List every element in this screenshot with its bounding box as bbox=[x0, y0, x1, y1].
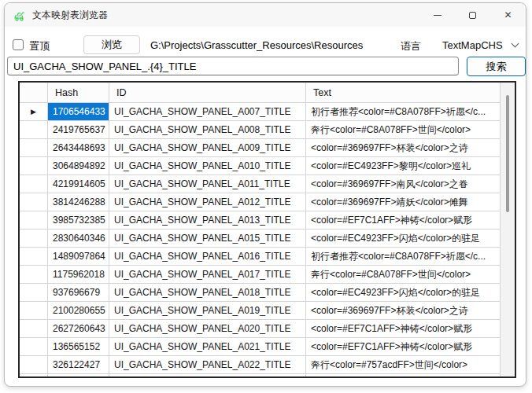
row-header[interactable] bbox=[20, 139, 48, 157]
maximize-button[interactable] bbox=[455, 3, 490, 27]
cell-id[interactable]: UI_GACHA_SHOW_PANEL_A022_TITLE bbox=[109, 356, 306, 374]
table-row[interactable]: 326122427 UI_GACHA_SHOW_PANEL_A022_TITLE… bbox=[20, 356, 500, 374]
table-row[interactable]: ▶ 1706546433 UI_GACHA_SHOW_PANEL_A007_TI… bbox=[20, 103, 500, 121]
cell-text[interactable]: <color=#EC4923FF>闪焰</color>的驻足 bbox=[306, 284, 500, 302]
table-row[interactable]: 3064894892 UI_GACHA_SHOW_PANEL_A010_TITL… bbox=[20, 157, 500, 175]
scrollbar-thumb[interactable] bbox=[506, 95, 509, 212]
close-icon: ✕ bbox=[504, 10, 512, 20]
cell-id[interactable]: UI_GACHA_SHOW_PANEL_A008_TITLE bbox=[109, 121, 306, 139]
cell-hash[interactable]: 937696679 bbox=[48, 284, 109, 302]
cell-id[interactable]: UI_GACHA_SHOW_PANEL_A017_TITLE bbox=[109, 266, 306, 284]
cell-hash[interactable]: 136565152 bbox=[48, 338, 109, 356]
column-header-hash[interactable]: Hash bbox=[48, 83, 109, 103]
cell-hash[interactable]: 2643448693 bbox=[48, 139, 109, 157]
browse-button[interactable]: 浏览 bbox=[83, 35, 140, 54]
row-header[interactable] bbox=[20, 230, 48, 248]
row-header[interactable] bbox=[20, 193, 48, 211]
cell-id[interactable]: UI_GACHA_SHOW_PANEL_A013_TITLE bbox=[109, 211, 306, 230]
title-bar[interactable]: 文本映射表浏览器 ✕ bbox=[5, 3, 526, 27]
cell-id[interactable]: UI_GACHA_SHOW_PANEL_A009_TITLE bbox=[109, 139, 306, 157]
cell-text[interactable]: <color=#EC4923FF>黎明</color>巡礼 bbox=[306, 157, 500, 175]
table-row[interactable]: 937696679 UI_GACHA_SHOW_PANEL_A018_TITLE… bbox=[20, 284, 500, 302]
row-header bbox=[20, 374, 48, 376]
table-row[interactable]: 3985732385 UI_GACHA_SHOW_PANEL_A013_TITL… bbox=[20, 211, 500, 230]
cell-hash[interactable]: 2100280655 bbox=[48, 302, 109, 320]
table-row[interactable]: 3814246288 UI_GACHA_SHOW_PANEL_A012_TITL… bbox=[20, 193, 500, 211]
cell-id[interactable]: UI_GACHA_SHOW_PANEL_A007_TITLE bbox=[109, 103, 306, 121]
row-header[interactable] bbox=[20, 121, 48, 139]
row-header[interactable] bbox=[20, 175, 48, 193]
cell-hash[interactable]: 3814246288 bbox=[48, 193, 109, 211]
table-row[interactable]: 2830640346 UI_GACHA_SHOW_PANEL_A015_TITL… bbox=[20, 230, 500, 248]
cell-hash[interactable]: 4219914605 bbox=[48, 175, 109, 193]
cell-id[interactable]: UI_GACHA_SHOW_PANEL_A020_TITLE bbox=[109, 320, 306, 338]
cell-id[interactable]: UI_GACHA_SHOW_PANEL_A012_TITLE bbox=[109, 193, 306, 211]
cell-id[interactable]: UI_GACHA_SHOW_PANEL_A015_TITLE bbox=[109, 230, 306, 248]
table-row[interactable]: 2627260643 UI_GACHA_SHOW_PANEL_A020_TITL… bbox=[20, 320, 500, 338]
row-header[interactable]: ▶ bbox=[20, 103, 48, 121]
row-header[interactable] bbox=[20, 157, 48, 175]
row-header[interactable] bbox=[20, 320, 48, 338]
vertical-scrollbar[interactable] bbox=[500, 83, 515, 376]
row-header[interactable] bbox=[20, 356, 48, 374]
cell-id[interactable]: UI_GACHA_SHOW_PANEL_A016_TITLE bbox=[109, 248, 306, 266]
close-button[interactable]: ✕ bbox=[490, 3, 526, 27]
cell-text[interactable]: <color=#EF7C1AFF>神铸</color>赋形 bbox=[306, 320, 500, 338]
table-row[interactable]: 4219914605 UI_GACHA_SHOW_PANEL_A011_TITL… bbox=[20, 175, 500, 193]
cell-hash[interactable]: 326122427 bbox=[48, 356, 109, 374]
cell-hash[interactable]: 1489097864 bbox=[48, 248, 109, 266]
row-header[interactable] bbox=[20, 211, 48, 230]
cell-hash[interactable]: 2419765637 bbox=[48, 121, 109, 139]
cell-hash[interactable]: 1706546433 bbox=[48, 103, 109, 121]
chevron-down-icon bbox=[511, 40, 519, 48]
cell-text[interactable]: 奔行<color=#C8A078FF>世间</color> bbox=[306, 266, 500, 284]
cell-text[interactable]: <color=#369697FF>杯装</color>之诗 bbox=[306, 302, 500, 320]
column-header-text[interactable]: Text bbox=[306, 83, 500, 103]
cell-text[interactable]: 奔行<color=#C8A078FF>世间</color> bbox=[306, 121, 500, 139]
cell-id[interactable]: UI_GACHA_SHOW_PANEL_A019_TITLE bbox=[109, 302, 306, 320]
cell-text[interactable]: <color=#369697FF>靖妖</color>傩舞 bbox=[306, 193, 500, 211]
row-header[interactable] bbox=[20, 338, 48, 356]
language-dropdown[interactable]: TextMapCHS bbox=[437, 35, 525, 55]
cell-id[interactable]: UI_GACHA_SHOW_PANEL_A021_TITLE bbox=[109, 338, 306, 356]
table-row[interactable]: 2419765637 UI_GACHA_SHOW_PANEL_A008_TITL… bbox=[20, 121, 500, 139]
column-header-id[interactable]: ID bbox=[109, 83, 306, 103]
cell-text[interactable]: <color=#EF7C1AFF>神铸</color>赋形 bbox=[306, 338, 500, 356]
maximize-icon bbox=[469, 12, 476, 19]
table-row[interactable]: 1489097864 UI_GACHA_SHOW_PANEL_A016_TITL… bbox=[20, 248, 500, 266]
cell-id[interactable]: UI_GACHA_SHOW_PANEL_A010_TITLE bbox=[109, 157, 306, 175]
cell-hash[interactable]: 2627260643 bbox=[48, 320, 109, 338]
row-header[interactable] bbox=[20, 266, 48, 284]
cell-hash[interactable]: 3985732385 bbox=[48, 211, 109, 230]
table-content: Hash ID Text ▶ 1706546433 UI_GACHA_SHOW_… bbox=[20, 83, 500, 376]
cell-id[interactable]: UI_GACHA_SHOW_PANEL_A018_TITLE bbox=[109, 284, 306, 302]
row-header[interactable] bbox=[20, 284, 48, 302]
pin-on-top-label: 置顶 bbox=[29, 39, 50, 53]
table-row[interactable]: 1175962018 UI_GACHA_SHOW_PANEL_A017_TITL… bbox=[20, 266, 500, 284]
table-row-partial[interactable]: 初行者推荐 bbox=[20, 374, 500, 376]
cell-text[interactable]: <color=#EC4923FF>闪焰</color>的驻足 bbox=[306, 230, 500, 248]
search-input[interactable]: UI_GACHA_SHOW_PANEL_.{4}_TITLE bbox=[7, 57, 459, 75]
cell-text[interactable]: <color=#369697FF>杯装</color>之诗 bbox=[306, 139, 500, 157]
cell-id[interactable]: UI_GACHA_SHOW_PANEL_A011_TITLE bbox=[109, 175, 306, 193]
cell-text[interactable]: 奔行<color=#757acdFF>世间</color> bbox=[306, 356, 500, 374]
cell-hash[interactable]: 3064894892 bbox=[48, 157, 109, 175]
row-header-corner[interactable] bbox=[20, 83, 48, 103]
table-row[interactable]: 136565152 UI_GACHA_SHOW_PANEL_A021_TITLE… bbox=[20, 338, 500, 356]
cell-text[interactable]: <color=#369697FF>南风</color>之眷 bbox=[306, 175, 500, 193]
row-header[interactable] bbox=[20, 302, 48, 320]
minimize-button[interactable] bbox=[419, 3, 455, 27]
cell-id bbox=[109, 374, 306, 376]
search-row: UI_GACHA_SHOW_PANEL_.{4}_TITLE 搜索 bbox=[5, 57, 526, 77]
pin-on-top-checkbox[interactable] bbox=[13, 39, 24, 50]
app-window: 文本映射表浏览器 ✕ 置顶 浏览 G:\Projects\Grasscutter… bbox=[4, 2, 526, 387]
row-header[interactable] bbox=[20, 248, 48, 266]
table-row[interactable]: 2643448693 UI_GACHA_SHOW_PANEL_A009_TITL… bbox=[20, 139, 500, 157]
cell-text[interactable]: <color=#EF7C1AFF>神铸</color>赋形 bbox=[306, 211, 500, 230]
cell-text[interactable]: 初行者推荐<color=#C8A078FF>祈愿</c... bbox=[306, 103, 500, 121]
cell-hash[interactable]: 1175962018 bbox=[48, 266, 109, 284]
cell-hash[interactable]: 2830640346 bbox=[48, 230, 109, 248]
table-row[interactable]: 2100280655 UI_GACHA_SHOW_PANEL_A019_TITL… bbox=[20, 302, 500, 320]
cell-text[interactable]: 初行者推荐<color=#C8A078FF>祈愿</c... bbox=[306, 248, 500, 266]
search-button[interactable]: 搜索 bbox=[467, 57, 526, 76]
